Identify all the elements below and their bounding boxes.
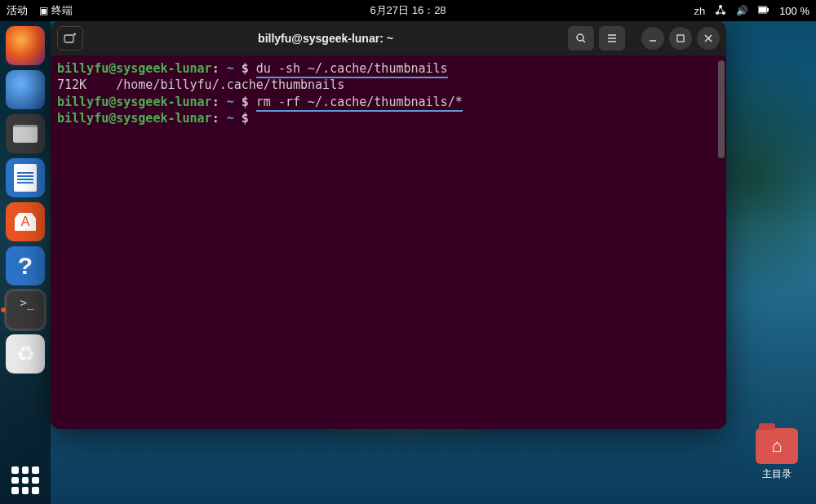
new-tab-button[interactable]: [57, 26, 83, 51]
svg-rect-8: [677, 35, 684, 42]
input-method-indicator[interactable]: zh: [694, 5, 705, 17]
files-launcher[interactable]: [6, 114, 45, 153]
show-applications-button[interactable]: [11, 466, 39, 494]
hamburger-menu-button[interactable]: [599, 26, 625, 51]
svg-rect-5: [759, 7, 766, 12]
thunderbird-launcher[interactable]: [6, 70, 45, 109]
maximize-button[interactable]: [669, 27, 692, 50]
writer-launcher[interactable]: [6, 158, 45, 197]
terminal-titlebar[interactable]: billyfu@sysgeek-lunar: ~: [51, 21, 726, 55]
close-button[interactable]: [697, 27, 720, 50]
svg-rect-4: [767, 8, 769, 11]
current-app-indicator[interactable]: ▣ 终端: [39, 3, 73, 18]
network-icon[interactable]: [715, 4, 726, 18]
terminal-body[interactable]: billyfu@sysgeek-lunar: ~ $ du -sh ~/.cac…: [51, 55, 726, 429]
help-launcher[interactable]: ?: [6, 246, 45, 285]
svg-rect-6: [64, 35, 73, 42]
terminal-line: billyfu@sysgeek-lunar: ~ $: [57, 110, 720, 126]
desktop-home-folder[interactable]: ⌂ 主目录: [756, 428, 798, 481]
clock[interactable]: 6月27日 16：28: [370, 3, 446, 18]
current-app-label: 终端: [51, 4, 73, 16]
top-bar: 活动 ▣ 终端 6月27日 16：28 zh 🔊 100 %: [0, 0, 816, 21]
minimize-button[interactable]: [641, 27, 664, 50]
terminal-indicator-icon: ▣: [39, 5, 48, 16]
terminal-window: billyfu@sysgeek-lunar: ~ billyfu@sysgeek…: [51, 21, 726, 429]
home-folder-icon: ⌂: [756, 428, 798, 464]
battery-percent: 100 %: [779, 5, 809, 17]
firefox-launcher[interactable]: [6, 26, 45, 65]
terminal-launcher[interactable]: >_: [6, 290, 45, 329]
terminal-scrollbar[interactable]: [718, 60, 725, 158]
home-folder-label: 主目录: [762, 467, 792, 481]
terminal-line: 712K /home/billyfu/.cache/thumbnails: [57, 77, 720, 93]
dock: A ? >_ ♻: [0, 21, 51, 504]
search-button[interactable]: [568, 26, 594, 51]
software-center-launcher[interactable]: A: [6, 202, 45, 241]
battery-icon[interactable]: [758, 5, 769, 17]
terminal-title: billyfu@sysgeek-lunar: ~: [88, 32, 563, 45]
svg-point-7: [577, 34, 583, 41]
terminal-line: billyfu@sysgeek-lunar: ~ $ du -sh ~/.cac…: [57, 60, 720, 77]
terminal-line: billyfu@sysgeek-lunar: ~ $ rm -rf ~/.cac…: [57, 94, 720, 110]
trash-launcher[interactable]: ♻: [6, 334, 45, 374]
activities-button[interactable]: 活动: [7, 3, 28, 18]
volume-icon[interactable]: 🔊: [736, 5, 748, 16]
